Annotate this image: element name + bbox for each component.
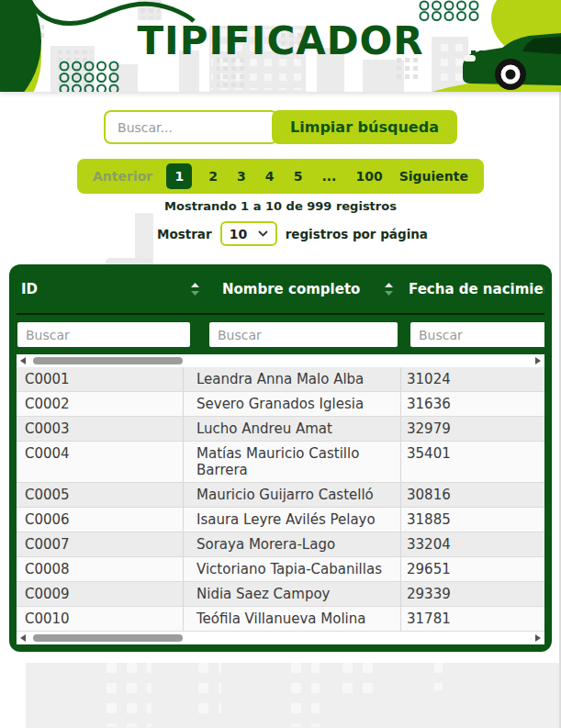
pagination-bar: Anterior 12345...100 Siguiente bbox=[77, 159, 484, 194]
page-size-value: 10 bbox=[230, 227, 247, 241]
table-header-row: IDNombre completoFecha de nacimiento bbox=[17, 264, 544, 313]
column-label: Nombre completo bbox=[222, 281, 360, 297]
table-cell: Mauricio Guijarro Castelló bbox=[183, 483, 401, 507]
table-filter-clip bbox=[17, 315, 544, 354]
column-label: ID bbox=[21, 281, 38, 297]
clear-search-button[interactable]: Limpiar búsqueda bbox=[272, 110, 457, 144]
page-button-2[interactable]: 2 bbox=[206, 167, 220, 185]
pagination-next[interactable]: Siguiente bbox=[399, 169, 468, 184]
table-row: C0007Soraya Morera-Lago33204 bbox=[17, 532, 544, 557]
page-size-label-before: Mostrar bbox=[157, 227, 212, 241]
page-size-select[interactable]: 10 bbox=[220, 221, 277, 246]
data-table-card: IDNombre completoFecha de nacimiento C00… bbox=[9, 264, 552, 652]
page-button-5[interactable]: 5 bbox=[291, 167, 306, 185]
table-row: C0008Victoriano Tapia-Cabanillas29651 bbox=[17, 557, 544, 582]
table-cell: C0009 bbox=[17, 582, 183, 606]
window-pattern bbox=[188, 663, 221, 714]
table-cell: Severo Granados Iglesia bbox=[183, 392, 401, 416]
table-cell: C0004 bbox=[17, 442, 183, 482]
page-button-4[interactable]: 4 bbox=[263, 167, 277, 185]
dot-grid-right bbox=[421, 2, 478, 21]
scrollbar-thumb[interactable] bbox=[33, 634, 183, 642]
table-cell: Soraya Morera-Lago bbox=[183, 532, 401, 556]
scroll-right-icon[interactable] bbox=[535, 634, 541, 642]
table-cell: Leandra Anna Malo Alba bbox=[183, 367, 401, 391]
table-cell: 32979 bbox=[401, 417, 544, 441]
window-pattern bbox=[332, 663, 375, 701]
table-cell: C0007 bbox=[17, 532, 183, 556]
column-header-3[interactable]: Fecha de nacimiento bbox=[406, 281, 544, 297]
table-cell: Nidia Saez Campoy bbox=[183, 582, 401, 606]
page-button-1[interactable]: 1 bbox=[166, 163, 192, 189]
table-cell: 29651 bbox=[401, 557, 544, 581]
table-cell: C0010 bbox=[17, 607, 183, 631]
table-cell: Victoriano Tapia-Cabanillas bbox=[183, 557, 401, 581]
window-pattern bbox=[424, 663, 443, 690]
records-summary: Mostrando 1 a 10 de 999 registros bbox=[0, 199, 561, 213]
table-cell: 30816 bbox=[401, 483, 544, 507]
table-row: C0010Teófila Villanueva Molina31781 bbox=[17, 607, 544, 632]
page-button-...[interactable]: ... bbox=[319, 167, 339, 185]
background-city-band bbox=[26, 663, 561, 728]
table-row: C0002Severo Granados Iglesia31636 bbox=[17, 392, 544, 417]
filter-cell bbox=[205, 322, 406, 347]
table-cell: Teófila Villanueva Molina bbox=[183, 607, 401, 631]
window-pattern bbox=[96, 663, 151, 727]
table-cell: 31781 bbox=[401, 607, 544, 631]
table-cell: Lucho Andreu Amat bbox=[183, 417, 401, 441]
table-cell: 33204 bbox=[401, 532, 544, 556]
table-row: C0005Mauricio Guijarro Castelló30816 bbox=[17, 483, 544, 508]
horizontal-scrollbar-top bbox=[17, 354, 544, 367]
table-cell: C0003 bbox=[17, 417, 183, 441]
car-illustration bbox=[463, 33, 561, 90]
table-row: C0004Matías Mauricio Castillo Barrera354… bbox=[17, 442, 544, 483]
sort-icon bbox=[191, 283, 199, 296]
table-row: C0001Leandra Anna Malo Alba31024 bbox=[17, 367, 544, 392]
column-label: Fecha de nacimiento bbox=[409, 281, 544, 297]
search-row: Limpiar búsqueda bbox=[0, 110, 561, 144]
table-cell: 31636 bbox=[401, 392, 544, 416]
sort-icon bbox=[385, 283, 393, 296]
column-header-1[interactable]: ID bbox=[17, 281, 205, 297]
page-title: TIPIFICADOR bbox=[137, 18, 423, 63]
headlight bbox=[464, 55, 476, 62]
table-cell: Isaura Leyre Avilés Pelayo bbox=[183, 508, 401, 532]
chevron-down-icon bbox=[258, 230, 268, 237]
table-cell: C0006 bbox=[17, 508, 183, 532]
scroll-left-icon[interactable] bbox=[20, 634, 26, 642]
table-cell: 35401 bbox=[401, 442, 544, 482]
table-cell: C0002 bbox=[17, 392, 183, 416]
table-row: C0003Lucho Andreu Amat32979 bbox=[17, 417, 544, 442]
filter-cell bbox=[406, 322, 544, 347]
header-banner: TIPIFICADOR bbox=[0, 0, 561, 92]
table-cell: 29339 bbox=[401, 582, 544, 606]
page-button-3[interactable]: 3 bbox=[234, 167, 249, 185]
scroll-left-icon[interactable] bbox=[20, 357, 26, 364]
column-filter-input-1[interactable] bbox=[17, 322, 190, 347]
table-body-clip: C0001Leandra Anna Malo Alba31024C0002Sev… bbox=[17, 354, 544, 644]
horizontal-scrollbar-bottom bbox=[17, 632, 544, 644]
page-size-label-after: registros por página bbox=[286, 227, 428, 241]
table-cell: C0001 bbox=[17, 367, 183, 391]
table-filter-row bbox=[17, 322, 544, 347]
table-cell: C0008 bbox=[17, 557, 183, 581]
table-rows: C0001Leandra Anna Malo Alba31024C0002Sev… bbox=[17, 367, 544, 632]
page-size-row: Mostrar 10 registros por página bbox=[0, 221, 561, 246]
table-row: C0006Isaura Leyre Avilés Pelayo31885 bbox=[17, 508, 544, 532]
page-button-100[interactable]: 100 bbox=[353, 167, 385, 185]
scroll-right-icon[interactable] bbox=[535, 357, 541, 364]
filter-cell bbox=[17, 322, 205, 347]
search-input[interactable] bbox=[104, 110, 278, 144]
table-cell: 31024 bbox=[401, 367, 544, 391]
table-cell: Matías Mauricio Castillo Barrera bbox=[183, 442, 401, 482]
window-pattern bbox=[281, 663, 320, 727]
scrollbar-thumb[interactable] bbox=[33, 357, 183, 364]
table-cell: C0005 bbox=[17, 483, 183, 507]
column-header-2[interactable]: Nombre completo bbox=[205, 281, 406, 297]
column-filter-input-3[interactable] bbox=[410, 322, 544, 347]
table-cell: 31885 bbox=[401, 508, 544, 532]
table-header-clip: IDNombre completoFecha de nacimiento bbox=[17, 264, 544, 313]
pagination-previous[interactable]: Anterior bbox=[93, 169, 152, 184]
table-row: C0009Nidia Saez Campoy29339 bbox=[17, 582, 544, 607]
column-filter-input-2[interactable] bbox=[209, 322, 398, 347]
